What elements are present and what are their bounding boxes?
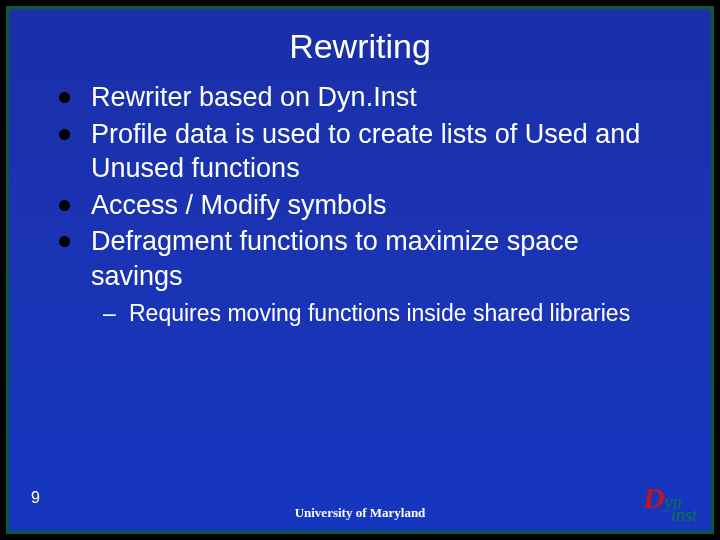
slide-outer: Rewriting Rewriter based on Dyn.Inst Pro… [0, 0, 720, 540]
bullet-item: Defragment functions to maximize space s… [45, 224, 675, 293]
bullet-list: Rewriter based on Dyn.Inst Profile data … [45, 80, 675, 293]
slide-content: Rewriter based on Dyn.Inst Profile data … [9, 76, 711, 329]
slide-frame: Rewriting Rewriter based on Dyn.Inst Pro… [6, 6, 714, 534]
sub-bullet-list: Requires moving functions inside shared … [45, 299, 675, 328]
sub-bullet-item: Requires moving functions inside shared … [45, 299, 675, 328]
bullet-item: Rewriter based on Dyn.Inst [45, 80, 675, 115]
bullet-item: Access / Modify symbols [45, 188, 675, 223]
footer-text: University of Maryland [9, 505, 711, 521]
logo-inst: inst [671, 507, 697, 523]
dyninst-logo: Dyn inst [643, 484, 697, 523]
slide-title: Rewriting [9, 9, 711, 76]
logo-d: D [643, 481, 665, 514]
bullet-item: Profile data is used to create lists of … [45, 117, 675, 186]
